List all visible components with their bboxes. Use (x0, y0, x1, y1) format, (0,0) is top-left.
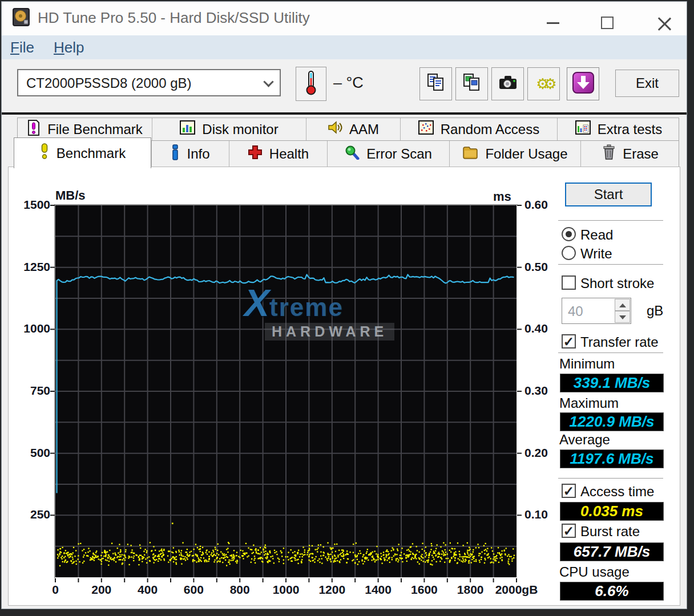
spin-down-icon[interactable] (615, 311, 630, 323)
camera-icon (498, 74, 518, 94)
right-axis-unit: ms (493, 189, 511, 204)
axis-tick-label: 0.10 (524, 508, 561, 521)
app-icon (13, 7, 31, 29)
speaker-icon (328, 120, 342, 138)
short-stroke-checkbox[interactable] (562, 275, 576, 290)
exit-button[interactable]: Exit (615, 70, 679, 97)
copy-image-icon (462, 72, 482, 95)
axis-tick-label: 0.60 (524, 198, 561, 212)
disk-monitor-icon (180, 120, 195, 138)
benchmark-icon (39, 143, 50, 163)
download-arrow-icon (572, 71, 595, 96)
average-value: 1197.6 MB/s (560, 449, 664, 468)
write-label: Write (580, 246, 612, 262)
left-axis-unit: MB/s (55, 188, 86, 203)
axis-tick-label: 1500 (14, 198, 50, 212)
thermometer-icon (305, 70, 317, 98)
device-select-value: CT2000P5SSD8 (2000 gB) (26, 75, 192, 91)
minimize-icon[interactable] (547, 22, 559, 24)
extra-tests-icon (575, 120, 591, 138)
tab-random-access[interactable]: Random Access (400, 118, 557, 140)
maximize-icon[interactable] (601, 17, 614, 29)
gears-icon: ⚙⚙ (536, 76, 551, 91)
scatter-icon (418, 120, 434, 138)
tab-benchmark-active[interactable]: Benchmark (14, 137, 151, 168)
menu-bar (2, 35, 687, 59)
device-select[interactable]: CT2000P5SSD8 (2000 gB) (17, 69, 281, 96)
burst-rate-label: Burst rate (580, 524, 640, 540)
menu-help[interactable]: Help (54, 39, 84, 56)
menu-file[interactable]: File (10, 39, 34, 56)
axis-tick-label: 750 (14, 384, 50, 398)
options-button[interactable]: ⚙⚙ (527, 67, 560, 100)
tab-folder-usage[interactable]: Folder Usage (449, 141, 580, 167)
read-radio[interactable] (562, 227, 576, 241)
window-title: HD Tune Pro 5.50 - Hard Disk/SSD Utility (38, 9, 310, 27)
info-icon (171, 144, 180, 164)
tab-extra-tests[interactable]: Extra tests (557, 118, 680, 140)
chevron-down-icon (263, 76, 273, 87)
axis-tick-label: 0.40 (524, 322, 561, 335)
tab-info[interactable]: Info (151, 141, 229, 167)
short-stroke-unit: gB (647, 303, 663, 319)
tab-erase[interactable]: Erase (580, 141, 680, 167)
cpu-usage-value: 6.6% (560, 582, 664, 601)
tab-disk-monitor[interactable]: Disk monitor (152, 118, 306, 140)
axis-tick-label: 1000 (14, 322, 50, 335)
close-icon[interactable] (657, 17, 671, 30)
tab-error-scan[interactable]: Error Scan (327, 141, 449, 167)
minimum-label: Minimum (559, 356, 615, 372)
health-cross-icon (248, 145, 263, 163)
write-radio[interactable] (562, 246, 576, 260)
burst-rate-checkbox[interactable]: ✓ (562, 524, 576, 538)
axis-tick-label: 2000gB (485, 583, 548, 597)
folder-icon (462, 145, 478, 163)
transfer-rate-label: Transfer rate (580, 334, 659, 350)
benchmark-chart (54, 204, 518, 578)
tab-aam[interactable]: AAM (306, 118, 400, 140)
copy-report-button[interactable] (419, 67, 452, 100)
start-button[interactable]: Start (565, 183, 652, 206)
average-label: Average (559, 432, 610, 448)
separator (558, 220, 663, 221)
temperature-button[interactable] (296, 67, 326, 101)
temperature-value: – °C (333, 74, 364, 92)
cpu-usage-label: CPU usage (559, 564, 630, 580)
maximum-value: 1220.9 MB/s (560, 412, 664, 431)
transfer-rate-checkbox[interactable]: ✓ (562, 334, 576, 348)
separator (558, 478, 663, 479)
screenshot-button[interactable] (491, 67, 524, 100)
separator (558, 264, 663, 265)
screen: HD Tune Pro 5.50 - Hard Disk/SSD Utility… (0, 0, 694, 616)
axis-tick-label: 0.30 (524, 384, 561, 398)
axis-tick-label: 250 (14, 508, 50, 521)
short-stroke-spinner[interactable]: 40 (562, 298, 631, 324)
axis-tick-label: 0.50 (524, 260, 561, 274)
file-benchmark-icon (27, 120, 41, 139)
access-time-label: Access time (580, 484, 654, 500)
separator (558, 352, 663, 353)
short-stroke-value: 40 (568, 303, 583, 319)
access-time-checkbox[interactable]: ✓ (562, 484, 576, 498)
spin-up-icon[interactable] (615, 299, 630, 311)
save-results-button[interactable] (567, 67, 599, 100)
copy-report-icon (426, 72, 446, 95)
axis-tick-label: 500 (14, 446, 50, 460)
minimum-value: 339.1 MB/s (560, 374, 664, 392)
magnifier-icon (345, 145, 360, 163)
trash-icon (602, 144, 616, 163)
tab-health[interactable]: Health (229, 141, 327, 167)
axis-tick-label: 0.20 (524, 446, 561, 460)
burst-rate-value: 657.7 MB/s (560, 542, 664, 561)
access-time-value: 0.035 ms (560, 502, 664, 521)
short-stroke-label: Short stroke (580, 275, 654, 291)
read-label: Read (580, 227, 613, 243)
copy-image-button[interactable] (455, 67, 488, 100)
maximum-label: Maximum (559, 395, 619, 411)
axis-tick-label: 1250 (14, 260, 50, 274)
